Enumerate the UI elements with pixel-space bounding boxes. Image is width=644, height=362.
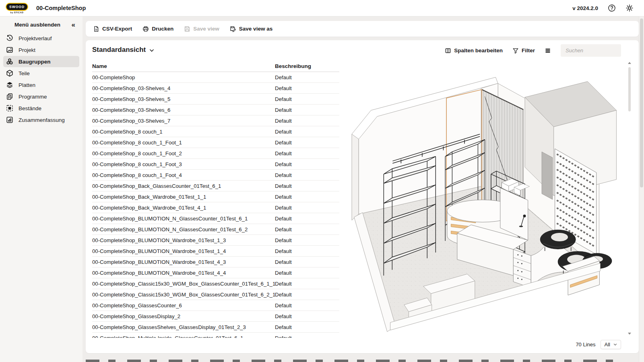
table-row[interactable]: 00-CompleteShop_GlassesShelves_GlassesDi… <box>92 322 339 333</box>
page-scrollbar[interactable] <box>639 16 644 362</box>
table-row[interactable]: 00-CompleteShop_03-Shelves_7Default <box>92 115 339 126</box>
save-icon <box>184 26 190 32</box>
table-row[interactable]: 00-CompleteShop_Classic15x30_WGM_Box_Gla… <box>92 289 339 300</box>
sidebar-item-best-nde[interactable]: Bestände <box>3 103 79 114</box>
row-description: Default <box>275 74 292 80</box>
table-row[interactable]: 00-CompleteShop_Back_GlassesCounter_01Te… <box>92 181 339 191</box>
table-row[interactable]: 00-CompleteShop_8 couch_1_Foot_3Default <box>92 159 339 170</box>
table-row[interactable]: 00-CompleteShop_8 couch_1_Foot_4Default <box>92 170 339 181</box>
search-input[interactable] <box>561 44 621 57</box>
page-size-select[interactable]: All <box>601 340 621 349</box>
row-description: Default <box>275 281 292 287</box>
sidebar-item-projektverlauf[interactable]: Projektverlauf <box>3 33 79 44</box>
density-icon <box>545 47 551 54</box>
clipped-next-content <box>86 360 621 362</box>
toolbar-button-label: Drucken <box>152 26 173 32</box>
view-selector[interactable]: Standardansicht <box>92 46 154 54</box>
table-row[interactable]: 00-CompleteShop_Back_Wardrobe_01Test_4_1… <box>92 202 339 213</box>
table-row[interactable]: 00-CompleteShop_8 couch_1_Foot_1Default <box>92 137 339 148</box>
chevron-down-icon <box>149 49 154 52</box>
save-view-as-button[interactable]: Save view as <box>230 26 272 32</box>
row-description: Default <box>275 96 292 102</box>
filter-button[interactable]: Filter <box>512 47 535 54</box>
page-scrollbar-thumb[interactable] <box>640 19 643 187</box>
table-row[interactable]: 00-CompleteShop_BLUMOTION_Wardrobe_01Tes… <box>92 267 339 278</box>
sidebar: Menü ausblenden « ProjektverlaufProjektB… <box>0 16 83 362</box>
csv-export-button[interactable]: CSV-Export <box>93 26 132 32</box>
table-row[interactable]: 00-CompleteShop_GlassesDisplay_2Default <box>92 311 339 322</box>
row-description: Default <box>275 118 292 124</box>
shop-3d-drawing <box>343 60 620 337</box>
row-name: 00-CompleteShop_BLUMOTION_N_GlassesCount… <box>92 216 275 222</box>
row-description: Default <box>275 85 292 91</box>
row-name: 00-CompleteShop_03-Shelves_7 <box>92 118 275 124</box>
printer-icon <box>142 26 149 32</box>
shop-3d-viewport[interactable] <box>343 60 620 337</box>
row-name: 00-CompleteShop_Back_Wardrobe_01Test_4_1 <box>92 205 275 211</box>
row-description: Default <box>275 216 292 222</box>
table-row[interactable]: 00-CompleteShop_03-Shelves_5Default <box>92 94 339 105</box>
row-name: 00-CompleteShop_BLUMOTION_Wardrobe_01Tes… <box>92 259 275 265</box>
table-row[interactable]: 00-CompleteShop_BLUMOTION_Wardrobe_01Tes… <box>92 246 339 257</box>
table-row[interactable]: 00-CompleteShop_03-Shelves_4Default <box>92 83 339 94</box>
view-name: Standardansicht <box>92 46 146 54</box>
scroll-down-arrow-icon[interactable] <box>628 333 631 335</box>
sidebar-item-projekt[interactable]: Projekt <box>3 44 79 56</box>
main-content: CSV-ExportDruckenSave viewSave view as S… <box>83 16 644 362</box>
table-row[interactable]: 00-CompleteShop_Classic15x30_WGM_Box_Gla… <box>92 278 339 289</box>
assemblies-panel: Standardansicht Spalten bearbeiten Filte… <box>86 40 639 353</box>
help-icon[interactable] <box>608 4 616 12</box>
sidebar-item-label: Bestände <box>19 105 41 111</box>
row-name: 00-CompleteShop_8 couch_1_Foot_3 <box>92 161 275 167</box>
sidebar-item-baugruppen[interactable]: Baugruppen <box>3 56 79 67</box>
row-description: Default <box>275 140 292 146</box>
table-row[interactable]: 00-CompleteShop_8 couch_1_Foot_2Default <box>92 148 339 159</box>
row-description: Default <box>275 335 292 338</box>
sidebar-item-zusammenfassung[interactable]: Zusammenfassung <box>3 114 79 125</box>
image-icon <box>6 46 13 53</box>
row-description: Default <box>275 226 292 232</box>
table-scrollbar[interactable] <box>627 62 632 335</box>
sidebar-item-platten[interactable]: Platten <box>3 79 79 90</box>
edit-columns-button[interactable]: Spalten bearbeiten <box>445 47 503 54</box>
scroll-up-arrow-icon[interactable] <box>628 62 631 64</box>
filter-label: Filter <box>522 47 535 53</box>
row-description: Default <box>275 324 292 330</box>
table-row[interactable]: 00-CompleteShop_GlassesCounter_6Default <box>92 300 339 311</box>
sidebar-item-label: Platten <box>19 82 35 88</box>
table-row[interactable]: 00-CompleteShop_03-Shelves_6Default <box>92 105 339 115</box>
save-view-button[interactable]: Save view <box>184 26 219 32</box>
drucken-button[interactable]: Drucken <box>142 26 173 32</box>
scrollbar-thumb[interactable] <box>628 67 631 111</box>
row-name: 00-CompleteShop_GlassesDisplay_2 <box>92 313 275 319</box>
column-header-description: Beschreibung <box>275 63 311 69</box>
lines-count-label: 70 Lines <box>576 341 595 348</box>
table-row[interactable]: 00-CompleteShopDefault <box>92 72 339 83</box>
sidebar-item-teile[interactable]: Teile <box>3 68 79 79</box>
table-row[interactable]: 00-CompleteShop_8 couch_1Default <box>92 126 339 137</box>
sidebar-item-label: Baugruppen <box>19 59 51 65</box>
table-row[interactable]: 00-CompleteShop_BLUMOTION_Wardrobe_01Tes… <box>92 235 339 246</box>
table-row[interactable]: 00-CompleteShop_BLUMOTION_N_GlassesCount… <box>92 224 339 235</box>
table-row[interactable]: 00-CompleteShop_Back_Wardrobe_01Test_1_1… <box>92 191 339 202</box>
history-icon <box>6 35 13 42</box>
collapse-sidebar-icon[interactable]: « <box>72 21 77 28</box>
row-description: Default <box>275 107 292 113</box>
menu-collapse-label: Menü ausblenden <box>14 22 60 28</box>
filter-icon <box>512 47 519 54</box>
chevron-down-icon <box>613 343 617 346</box>
row-density-button[interactable] <box>545 47 551 54</box>
row-description: Default <box>275 161 292 167</box>
project-title: 00-CompleteShop <box>36 5 86 11</box>
table-row[interactable]: 00-CompleteShop_Multiple Inside_GlassesC… <box>92 333 339 338</box>
save-as-icon <box>230 26 236 32</box>
row-name: 00-CompleteShop_Classic15x30_WGM_Box_Gla… <box>92 292 275 298</box>
sidebar-item-programme[interactable]: Programme <box>3 91 79 102</box>
row-name: 00-CompleteShop_03-Shelves_5 <box>92 96 275 102</box>
gear-icon[interactable] <box>625 4 634 12</box>
row-description: Default <box>275 194 292 200</box>
table-row[interactable]: 00-CompleteShop_BLUMOTION_N_GlassesCount… <box>92 213 339 224</box>
table-row[interactable]: 00-CompleteShop_BLUMOTION_Wardrobe_01Tes… <box>92 257 339 267</box>
cube-icon <box>6 70 13 77</box>
row-name: 00-CompleteShop_8 couch_1_Foot_1 <box>92 140 275 146</box>
